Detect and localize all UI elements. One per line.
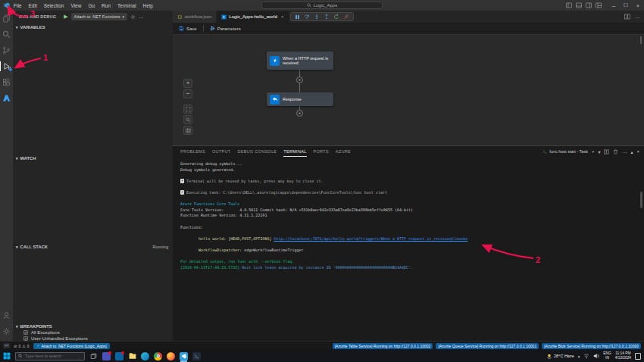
status-azurite-service[interactable]: [Azurite Table Service] Running on http:…	[333, 343, 433, 349]
pause-icon[interactable]	[295, 14, 300, 20]
clock[interactable]: 11:14 PM 4/13/2024	[615, 351, 631, 360]
status-azurite-service[interactable]: [Azurite Queue Service] Running on http:…	[436, 343, 539, 349]
menu-selection[interactable]: Selection	[44, 3, 64, 8]
status-left: >< ⊘ 0 ⚠ 0 Attach to .NET Functions (Log…	[3, 343, 110, 349]
close-panel-icon[interactable]: ×	[636, 149, 639, 154]
toggle-sidebar-icon[interactable]	[566, 2, 572, 8]
explorer-icon[interactable]	[0, 14, 13, 23]
watch-section-header[interactable]: ▾ WATCH	[13, 154, 173, 162]
terminal-link[interactable]: http://localhost:7071/api/hello_world/tr…	[274, 236, 467, 241]
chrome-browser-icon[interactable]	[154, 352, 162, 360]
panel-tab-problems[interactable]: PROBLEMS	[180, 146, 205, 157]
panel-tab-ports[interactable]: PORTS	[314, 146, 329, 157]
maximize-button[interactable]: ☐	[620, 0, 632, 11]
panel-tab-debug-console[interactable]: DEBUG CONSOLE	[237, 146, 277, 157]
extensions-icon[interactable]	[0, 77, 13, 87]
taskbar-search-box[interactable]	[15, 352, 85, 360]
toggle-secondary-sidebar-icon[interactable]	[586, 2, 592, 8]
step-out-icon[interactable]	[324, 14, 330, 20]
step-into-icon[interactable]	[314, 14, 320, 20]
toggle-panel-icon[interactable]	[576, 2, 582, 8]
teams-app-icon[interactable]	[102, 352, 111, 360]
command-center-search[interactable]: Logic_Apps	[261, 2, 383, 9]
run-debug-icon[interactable]	[0, 61, 13, 71]
debug-status-item[interactable]: Attach to .NET Functions (Logic_Apps)	[33, 343, 110, 349]
settings-gear-icon[interactable]	[0, 326, 13, 336]
insert-step-button[interactable]: +	[296, 76, 303, 83]
volume-icon[interactable]	[593, 353, 599, 359]
vscode-app-icon[interactable]	[180, 352, 188, 360]
terminal-output[interactable]: Generating debug symbols...Debug symbols…	[173, 157, 644, 341]
menu-edit[interactable]: Edit	[28, 3, 36, 8]
zoom-search-button[interactable]	[183, 115, 192, 124]
disconnect-icon[interactable]	[343, 14, 349, 20]
problems-status[interactable]: ⊘ 0 ⚠ 0	[14, 344, 29, 348]
source-control-icon[interactable]	[0, 45, 13, 55]
azure-icon[interactable]	[0, 93, 13, 103]
breakpoint-item[interactable]: ✓All Exceptions	[13, 329, 173, 335]
terminal-task-item[interactable]: func host start - Task	[542, 149, 588, 154]
start-debug-icon[interactable]: ▶	[64, 14, 67, 20]
checkbox-checked-icon[interactable]: ✓	[23, 330, 28, 335]
zoom-in-button[interactable]: +	[183, 79, 192, 88]
debug-config-dropdown[interactable]: Attach to .NET Functions ▾	[71, 13, 128, 20]
terminal-app-icon[interactable]	[192, 352, 201, 360]
mail-app-icon[interactable]	[115, 352, 123, 360]
designer-canvas[interactable]: + −	[173, 35, 644, 145]
edge-browser-icon[interactable]	[141, 352, 149, 360]
panel-tab-terminal[interactable]: TERMINAL	[283, 146, 306, 157]
parameters-button[interactable]: Parameters	[210, 26, 241, 31]
new-terminal-icon[interactable]: +	[592, 149, 595, 154]
remote-indicator-icon[interactable]: ><	[3, 343, 10, 348]
save-button[interactable]: Save	[179, 26, 197, 31]
variables-section-header[interactable]: ▾ VARIABLES	[13, 23, 173, 31]
terminal-dropdown-icon[interactable]: ▾	[598, 149, 600, 154]
restart-icon[interactable]	[333, 14, 339, 20]
kill-terminal-trash-icon[interactable]	[613, 149, 618, 154]
menu-file[interactable]: File	[14, 3, 21, 8]
wifi-icon[interactable]	[583, 353, 589, 359]
action-node-response[interactable]: Response	[267, 92, 333, 106]
panel-tab-azure[interactable]: AZURE	[336, 146, 351, 157]
search-icon[interactable]	[0, 30, 13, 39]
trigger-node-http-request[interactable]: When a HTTP request is received	[267, 51, 333, 70]
action-center-icon[interactable]	[635, 353, 641, 360]
step-over-icon[interactable]	[304, 14, 310, 20]
maximize-panel-icon[interactable]: ▴	[630, 149, 633, 154]
menu-help[interactable]: Help	[143, 3, 153, 8]
close-button[interactable]: ×	[632, 0, 644, 11]
close-tab-icon[interactable]: ×	[281, 14, 284, 19]
tab-logic-apps-designer[interactable]: Logic_Apps-hello_world ×	[217, 11, 289, 23]
tab-workflow-json[interactable]: {} workflow.json	[173, 11, 217, 23]
weather-widget[interactable]: 28°C Haze	[546, 353, 574, 359]
canvas-scrollbar[interactable]	[640, 36, 642, 44]
zoom-out-button[interactable]: −	[183, 89, 192, 98]
terminal-scrollbar[interactable]	[640, 192, 642, 208]
customize-layout-icon[interactable]	[596, 2, 602, 8]
panel-tab-output[interactable]: OUTPUT	[212, 146, 230, 157]
firefox-browser-icon[interactable]	[167, 352, 175, 360]
language-indicator[interactable]: ENG IN	[603, 351, 611, 360]
account-icon[interactable]	[0, 311, 13, 320]
more-actions-icon[interactable]: ⋯	[139, 14, 143, 20]
minimap-button[interactable]	[183, 126, 192, 135]
task-view-icon[interactable]	[89, 352, 98, 360]
file-explorer-icon[interactable]	[128, 352, 136, 360]
split-editor-icon[interactable]	[624, 14, 630, 20]
status-azurite-service[interactable]: [Azurite Blob Service] Running on http:/…	[542, 343, 641, 349]
add-step-button[interactable]: +	[296, 110, 303, 117]
split-terminal-icon[interactable]	[604, 149, 609, 154]
start-button-icon[interactable]	[3, 352, 11, 360]
more-actions-icon[interactable]: ⋯	[635, 14, 639, 20]
menu-run[interactable]: Run	[102, 3, 111, 8]
search-input[interactable]	[25, 354, 82, 358]
call-stack-section-header[interactable]: ▾ CALL STACK Running	[13, 242, 173, 251]
more-actions-icon[interactable]: ⋯	[622, 149, 627, 154]
menu-terminal[interactable]: Terminal	[117, 3, 136, 8]
debug-settings-gear-icon[interactable]	[130, 14, 136, 20]
fit-view-button[interactable]	[183, 105, 192, 114]
hidden-icons-chevron[interactable]: ▴	[578, 354, 580, 358]
menu-view[interactable]: View	[70, 3, 81, 8]
menu-go[interactable]: Go	[88, 3, 95, 8]
minimize-button[interactable]: ─	[608, 0, 620, 11]
